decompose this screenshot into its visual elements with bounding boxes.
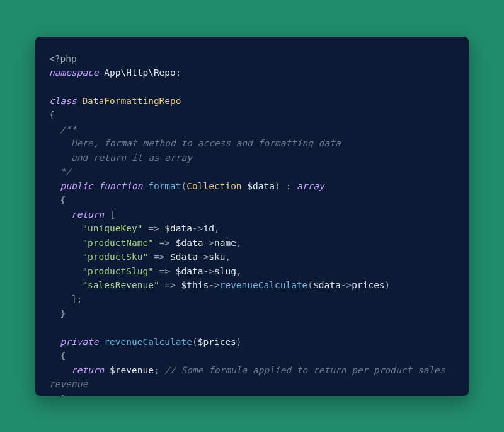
- prop-id: id: [203, 223, 214, 233]
- colon: :: [285, 181, 291, 191]
- obj-arrow: ->: [203, 266, 214, 276]
- paren-close: ): [275, 181, 280, 191]
- key-uniquekey: "uniqueKey": [82, 223, 142, 233]
- class-name: DataFormattingRepo: [82, 96, 181, 106]
- key-productname: "productName": [82, 238, 154, 248]
- obj-arrow: ->: [209, 280, 219, 290]
- method-revenuecalculate: revenueCalculate: [104, 337, 192, 347]
- brace-close: }: [60, 394, 66, 396]
- param-type-collection: Collection: [186, 181, 241, 191]
- namespace-path: App\Http\Repo: [104, 67, 176, 78]
- prop-prices: prices: [352, 280, 384, 290]
- comma: ,: [214, 223, 220, 233]
- prop-name: name: [214, 238, 236, 248]
- semicolon: ;: [176, 67, 181, 78]
- php-open-tag: <?php: [49, 54, 77, 64]
- function-keyword: function: [99, 181, 143, 191]
- var-data: $data: [313, 280, 341, 290]
- obj-arrow: ->: [192, 223, 203, 233]
- fat-arrow: =>: [154, 252, 164, 262]
- obj-arrow: ->: [203, 238, 214, 248]
- key-productslug: "productSlug": [82, 266, 154, 276]
- code-card: <?php namespace App\Http\Repo; class Dat…: [35, 37, 469, 396]
- comma: ,: [236, 238, 242, 248]
- prop-slug: slug: [214, 266, 236, 276]
- bracket-close: ];: [71, 294, 82, 304]
- var-data: $data: [176, 238, 203, 248]
- key-productsku: "productSku": [82, 252, 148, 262]
- var-revenue: $revenue: [110, 365, 154, 375]
- obj-arrow: ->: [198, 252, 209, 262]
- semicolon: ;: [154, 365, 159, 375]
- return-type-array: array: [297, 181, 324, 191]
- fat-arrow: =>: [148, 223, 159, 233]
- param-data: $data: [247, 181, 275, 191]
- return-keyword: return: [71, 365, 104, 375]
- paren-open: (: [307, 280, 313, 290]
- fat-arrow: =>: [159, 266, 170, 276]
- namespace-keyword: namespace: [49, 67, 99, 78]
- fat-arrow: =>: [159, 238, 170, 248]
- var-data: $data: [176, 266, 203, 276]
- code-block: <?php namespace App\Http\Repo; class Dat…: [49, 52, 455, 396]
- paren-open: (: [181, 181, 187, 191]
- brace-open: {: [60, 351, 66, 361]
- var-data: $data: [164, 223, 192, 233]
- paren-close: ): [385, 280, 391, 290]
- brace-open: {: [49, 110, 55, 120]
- var-data: $data: [170, 252, 198, 262]
- return-keyword: return: [71, 209, 104, 219]
- fat-arrow: =>: [164, 280, 175, 290]
- docblock-line2: and return it as array: [71, 153, 192, 163]
- private-keyword: private: [60, 337, 98, 347]
- call-revenuecalculate: revenueCalculate: [220, 280, 308, 290]
- method-format: format: [148, 181, 181, 191]
- paren-open: (: [192, 337, 198, 347]
- brace-open: {: [60, 195, 66, 205]
- comma: ,: [236, 266, 242, 276]
- obj-arrow: ->: [341, 280, 352, 290]
- param-prices: $prices: [198, 337, 236, 347]
- comma: ,: [225, 252, 231, 262]
- bracket-open: [: [110, 209, 115, 219]
- key-salesrevenue: "salesRevenue": [82, 280, 159, 290]
- prop-sku: sku: [209, 252, 225, 262]
- public-keyword: public: [60, 181, 93, 191]
- var-this: $this: [181, 280, 209, 290]
- brace-close: }: [60, 308, 66, 318]
- docblock-close: */: [60, 166, 71, 177]
- class-keyword: class: [49, 96, 77, 106]
- paren-close: ): [236, 337, 242, 347]
- docblock-open: /**: [60, 124, 76, 134]
- docblock-line1: Here, format method to access and format…: [71, 138, 341, 148]
